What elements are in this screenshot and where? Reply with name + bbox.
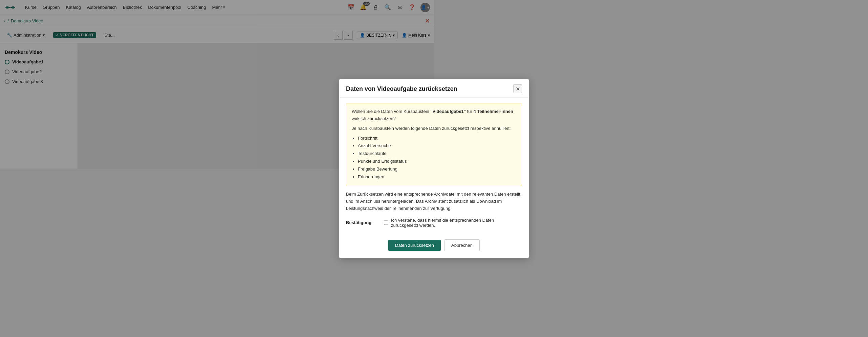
list-item-punkte: Punkte und Erfolgsstatus [358, 158, 434, 165]
modal-header: Daten von Videoaufgabe zurücksetzen ✕ [339, 79, 434, 98]
list-item-freigabe: Freigabe Bewertung [358, 166, 434, 168]
modal-body: Wollen Sie die Daten vom Kursbaustein "V… [339, 98, 434, 168]
warning-list: Fortschritt Anzahl Versuche Testdurchläu… [358, 135, 434, 168]
list-item-anzahl: Anzahl Versuche [358, 142, 434, 150]
modal-title: Daten von Videoaufgabe zurücksetzen [346, 85, 434, 93]
list-item-fortschritt: Fortschritt [358, 135, 434, 142]
reset-modal: Daten von Videoaufgabe zurücksetzen ✕ Wo… [339, 79, 434, 168]
warning-box: Wollen Sie die Daten vom Kursbaustein "V… [346, 103, 434, 168]
warning-sub-intro: Je nach Kursbaustein werden folgende Dat… [352, 125, 434, 132]
modal-overlay: Daten von Videoaufgabe zurücksetzen ✕ Wo… [0, 0, 434, 168]
course-name-bold: "Videoaufgabe1" [430, 109, 434, 114]
warning-intro-text: Wollen Sie die Daten vom Kursbaustein "V… [352, 108, 434, 122]
list-item-testdurchlaeufe: Testdurchläufe [358, 150, 434, 157]
